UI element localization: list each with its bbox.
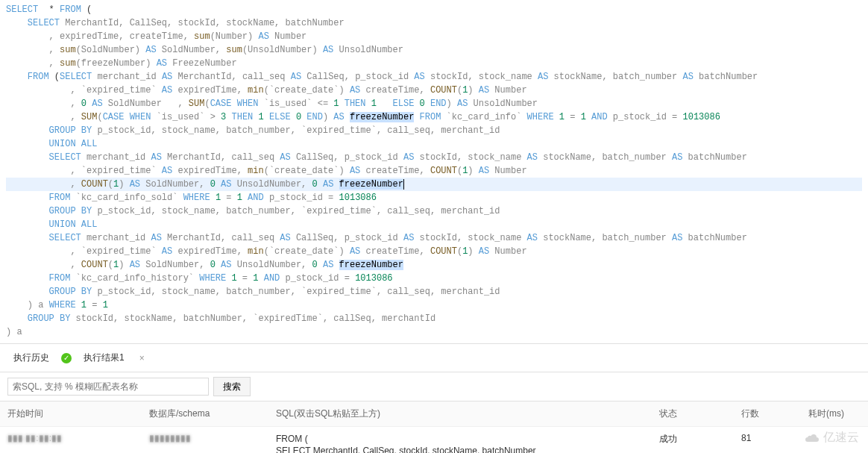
code-line[interactable]: GROUP BY stockId, stockName, batchNumber… bbox=[6, 312, 862, 325]
code-line[interactable]: FROM `kc_card_info_sold` WHERE 1 = 1 AND… bbox=[6, 191, 862, 204]
code-line[interactable]: SELECT * FROM ( bbox=[6, 3, 862, 16]
text-cursor bbox=[403, 179, 404, 190]
search-button[interactable]: 搜索 bbox=[213, 377, 251, 396]
cell-rows: 81 bbox=[734, 427, 801, 454]
code-line[interactable]: , expiredTime, createTime, sum(Number) A… bbox=[6, 30, 862, 43]
col-rows[interactable]: 行数 bbox=[734, 402, 801, 427]
code-line[interactable]: GROUP BY p_stock_id, stock_name, batch_n… bbox=[6, 285, 862, 299]
code-line[interactable]: , COUNT(1) AS SoldNumber, 0 AS UnsoldNum… bbox=[6, 178, 862, 191]
code-line[interactable]: , 0 AS SoldNumber , SUM(CASE WHEN `is_us… bbox=[6, 97, 862, 110]
col-status[interactable]: 状态 bbox=[652, 402, 734, 427]
cell-sql[interactable]: FROM ( SELECT MerchantId, CallSeq, stock… bbox=[268, 427, 652, 454]
col-elapsed[interactable]: 耗时(ms) bbox=[801, 402, 868, 427]
code-line[interactable]: SELECT merchant_id AS MerchantId, call_s… bbox=[6, 231, 862, 245]
col-start-time[interactable]: 开始时间 bbox=[0, 402, 142, 427]
code-line[interactable]: UNION ALL bbox=[6, 218, 862, 231]
code-line[interactable]: ) a WHERE 1 = 1 bbox=[6, 299, 862, 312]
bottom-panel: 执行历史 ✓ 执行结果1 × 搜索 开始时间 数据库/schema SQL(双击… bbox=[0, 343, 868, 453]
search-input[interactable] bbox=[7, 378, 209, 396]
tab-history[interactable]: 执行历史 bbox=[7, 349, 55, 367]
code-line[interactable]: UNION ALL bbox=[6, 137, 862, 151]
code-line[interactable]: ) a bbox=[6, 325, 862, 339]
code-line[interactable]: FROM (SELECT merchant_id AS MerchantId, … bbox=[6, 70, 862, 84]
code-line[interactable]: SELECT merchant_id AS MerchantId, call_s… bbox=[6, 151, 862, 164]
table-header-row: 开始时间 数据库/schema SQL(双击SQL粘贴至上方) 状态 行数 耗时… bbox=[0, 402, 868, 427]
cell-start-time: ▮▮▮ ▮▮:▮▮:▮▮ bbox=[7, 433, 62, 443]
tab-history-label: 执行历史 bbox=[13, 352, 49, 363]
col-sql[interactable]: SQL(双击SQL粘贴至上方) bbox=[268, 402, 652, 427]
tab-result-label: 执行结果1 bbox=[84, 352, 125, 363]
code-line[interactable]: , SUM(CASE WHEN `is_used` > 3 THEN 1 ELS… bbox=[6, 110, 862, 124]
code-line[interactable]: , sum(freezeNumber) AS FreezeNumber bbox=[6, 57, 862, 70]
code-line[interactable]: GROUP BY p_stock_id, stock_name, batch_n… bbox=[6, 124, 862, 137]
code-line[interactable]: FROM `kc_card_info_history` WHERE 1 = 1 … bbox=[6, 272, 862, 285]
tab-result-1[interactable]: 执行结果1 bbox=[78, 349, 130, 367]
close-icon[interactable]: × bbox=[136, 353, 148, 363]
code-line[interactable]: , sum(SoldNumber) AS SoldNumber, sum(Uns… bbox=[6, 43, 862, 57]
code-line[interactable]: SELECT MerchantId, CallSeq, stockId, sto… bbox=[6, 16, 862, 30]
code-line[interactable]: , `expired_time` AS expiredTime, min(`cr… bbox=[6, 84, 862, 97]
tabs-bar: 执行历史 ✓ 执行结果1 × bbox=[0, 344, 868, 372]
code-line[interactable]: , COUNT(1) AS SoldNumber, 0 AS UnsoldNum… bbox=[6, 258, 862, 272]
cell-database: ▮▮▮▮▮▮▮▮ bbox=[149, 433, 191, 443]
cell-status: 成功 bbox=[652, 427, 734, 454]
col-database[interactable]: 数据库/schema bbox=[142, 402, 268, 427]
watermark-text: 亿速云 bbox=[823, 430, 859, 446]
history-table: 开始时间 数据库/schema SQL(双击SQL粘贴至上方) 状态 行数 耗时… bbox=[0, 402, 868, 453]
success-icon: ✓ bbox=[61, 353, 72, 363]
sql-editor[interactable]: SELECT * FROM ( SELECT MerchantId, CallS… bbox=[0, 0, 868, 343]
table-row[interactable]: ▮▮▮ ▮▮:▮▮:▮▮ ▮▮▮▮▮▮▮▮ FROM ( SELECT Merc… bbox=[0, 427, 868, 454]
watermark: 亿速云 bbox=[804, 430, 859, 446]
code-line[interactable]: GROUP BY p_stock_id, stock_name, batch_n… bbox=[6, 204, 862, 218]
code-line[interactable]: , `expired_time` AS expiredTime, min(`cr… bbox=[6, 245, 862, 258]
code-line[interactable]: , `expired_time` AS expiredTime, min(`cr… bbox=[6, 164, 862, 178]
cloud-icon bbox=[804, 433, 820, 443]
search-row: 搜索 bbox=[0, 372, 868, 402]
